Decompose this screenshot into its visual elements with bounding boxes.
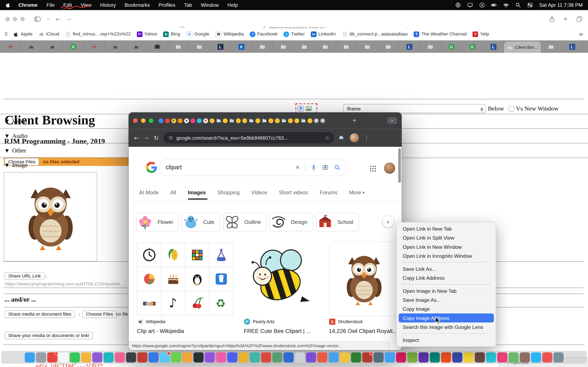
browser-tab[interactable]: G — [462, 40, 483, 53]
dock-app-icon[interactable] — [283, 352, 294, 362]
dock-app-icon[interactable] — [407, 352, 417, 362]
popup-tab[interactable]: b — [184, 118, 189, 123]
dock-app-icon[interactable] — [81, 352, 91, 362]
result-type-tab[interactable]: All — [170, 189, 178, 200]
clipart-thumbnail[interactable] — [137, 243, 161, 267]
result-type-tab[interactable]: Images — [188, 189, 208, 200]
popup-tab[interactable]: K — [171, 118, 176, 123]
dock-app-icon[interactable] — [171, 352, 181, 362]
dock-app-icon[interactable] — [25, 352, 35, 362]
browser-tab[interactable] — [294, 40, 315, 53]
choose-files-button-2[interactable]: Choose Files — [82, 310, 117, 318]
clear-search-icon[interactable]: × — [295, 163, 300, 171]
close-button[interactable] — [5, 17, 10, 21]
share-submit-button[interactable]: Share your media or documents or link! — [4, 332, 93, 339]
dock-app-icon[interactable] — [47, 352, 57, 362]
related-search-chip[interactable]: School — [316, 213, 359, 231]
dock-app-icon[interactable] — [542, 352, 552, 362]
browser-tab[interactable] — [21, 40, 42, 53]
status-icon[interactable] — [515, 2, 521, 8]
minimize-button[interactable] — [13, 17, 17, 21]
popup-tab[interactable]: M — [203, 118, 208, 123]
dock-app-icon[interactable] — [36, 352, 46, 362]
tab-overview-icon[interactable] — [576, 16, 583, 22]
dock-app-icon[interactable] — [373, 352, 383, 362]
dock-app-icon[interactable] — [531, 352, 541, 362]
bookmark-star-icon[interactable]: ☆ — [325, 135, 330, 141]
dock-app-icon[interactable] — [553, 352, 563, 362]
bookmark-item[interactable]: t Twitter — [284, 31, 305, 37]
dock-app-icon[interactable] — [92, 352, 102, 362]
context-menu-item[interactable]: Open Link in New Tab — [398, 224, 494, 233]
context-menu-item[interactable]: Copy Image Address — [398, 313, 494, 322]
result-type-tab[interactable]: Short videos — [279, 189, 310, 200]
owl-clipart-image[interactable] — [22, 183, 79, 251]
dock-app-icon[interactable] — [238, 352, 249, 362]
zoom-button[interactable] — [20, 17, 25, 21]
bookmark-item[interactable]: f Facebook — [250, 31, 278, 37]
address-bar[interactable]: google.com/search?sca_esv=5e9bb948607cc7… — [164, 132, 334, 143]
browser-tab[interactable] — [357, 40, 378, 53]
image-icon[interactable] — [305, 105, 312, 112]
context-menu-item[interactable]: Copy Link Address — [398, 273, 494, 282]
browser-tab[interactable] — [273, 40, 294, 53]
context-menu-item[interactable]: Inspect — [398, 336, 494, 345]
status-icon[interactable] — [467, 2, 473, 8]
browser-tab[interactable] — [420, 40, 441, 53]
forward-button[interactable]: → — [66, 15, 71, 23]
back-button[interactable]: ← — [134, 134, 139, 141]
result-title[interactable]: 14,226 Owl Clipart Royalt... — [329, 328, 402, 334]
bookmark-item[interactable]: Y! Yahoo — [137, 31, 157, 37]
dock-app-icon[interactable] — [216, 352, 226, 362]
bookmark-item[interactable]: Y Yelp — [473, 31, 489, 37]
back-button[interactable]: ← — [56, 15, 61, 23]
context-menu-item[interactable]: Save Image As... — [398, 295, 494, 304]
dock-app-icon[interactable] — [295, 352, 305, 362]
clipart-thumbnail[interactable] — [209, 243, 233, 267]
browser-tab[interactable]: G — [63, 40, 84, 53]
dock-app-icon[interactable] — [362, 352, 372, 362]
dock-app-icon[interactable] — [114, 352, 125, 362]
menu-item[interactable]: Tab — [184, 2, 192, 8]
popup-tab[interactable] — [301, 118, 306, 123]
dock-app-icon[interactable] — [182, 352, 192, 362]
bookmark-item[interactable]: G Google — [186, 31, 209, 37]
result-type-tab[interactable]: Forums — [320, 189, 339, 200]
browser-tab[interactable] — [252, 40, 273, 53]
status-icon[interactable] — [479, 2, 485, 8]
result-meta[interactable]: W Wikipedia Clip art - Wikipedia — [137, 318, 234, 334]
browser-tab[interactable] — [541, 40, 562, 53]
dock-app-icon[interactable] — [250, 352, 260, 362]
apple-menu-icon[interactable] — [5, 2, 11, 8]
browser-tab[interactable] — [126, 40, 147, 53]
browser-tab[interactable] — [42, 40, 63, 53]
chevron-down-icon[interactable] — [47, 17, 50, 21]
bookmark-item[interactable]: in LinkedIn — [311, 31, 336, 37]
bookmark-item[interactable]: find_minus....rep+%22s%22 — [65, 31, 131, 37]
context-menu-item[interactable]: Open Link in New Window — [398, 242, 494, 251]
search-icon[interactable] — [334, 164, 341, 171]
browser-tab[interactable] — [105, 40, 126, 53]
dock-app-icon[interactable] — [520, 352, 530, 362]
browser-tab[interactable] — [189, 40, 210, 53]
popup-tab[interactable] — [178, 118, 183, 123]
menu-item[interactable]: History — [100, 2, 116, 8]
share-url-button[interactable]: Share URL Link — [4, 272, 45, 280]
google-apps-icon[interactable] — [369, 165, 377, 173]
popup-tab[interactable] — [288, 118, 293, 123]
dock-app-icon[interactable] — [430, 352, 440, 362]
voice-search-icon[interactable] — [311, 164, 317, 170]
upload-icon[interactable] — [297, 105, 304, 112]
popup-tab[interactable] — [210, 118, 215, 123]
menu-dots-icon[interactable]: ⋮ — [364, 134, 370, 141]
bookmarks-grid-icon[interactable]: ⠿ — [4, 31, 8, 37]
extensions-icon[interactable] — [339, 135, 345, 141]
new-tab-button[interactable]: + — [563, 15, 568, 23]
sidebar-icon[interactable] — [34, 15, 41, 23]
dock-app-icon[interactable] — [396, 352, 406, 362]
minimize-button[interactable] — [141, 118, 146, 123]
result-meta[interactable]: P Pearly Arts FREE Cute Bee Clipart | ..… — [244, 318, 341, 334]
dock-app-icon[interactable] — [205, 352, 215, 362]
related-search-chip[interactable]: Flower — [136, 213, 179, 231]
popup-tab[interactable] — [216, 118, 221, 123]
